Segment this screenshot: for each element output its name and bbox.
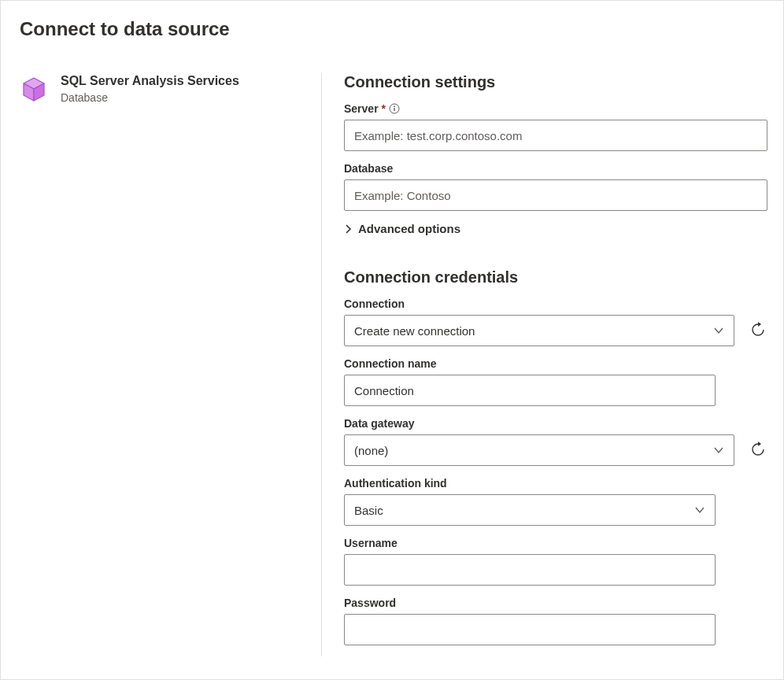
right-column: Connection settings Server * [322,73,771,656]
data-gateway-field: Data gateway (none) [344,417,767,466]
password-label: Password [344,597,716,609]
database-label: Database [344,162,767,175]
data-gateway-label: Data gateway [344,417,767,430]
connection-name-field: Connection name [344,357,716,406]
server-label-text: Server [344,102,379,115]
chevron-right-icon [344,224,353,234]
refresh-connection-button[interactable] [749,321,767,340]
data-source-text: SQL Server Analysis Services Database [61,73,239,104]
columns: SQL Server Analysis Services Database Co… [20,73,764,656]
refresh-icon [750,442,766,460]
connection-label: Connection [344,298,767,310]
page-title: Connect to data source [20,18,764,40]
server-field: Server * [344,102,767,151]
chevron-down-icon [694,504,705,516]
svg-point-4 [394,105,395,107]
database-input[interactable] [344,179,767,211]
connection-field: Connection Create new connection [344,298,767,346]
refresh-gateway-button[interactable] [749,441,767,460]
username-field: Username [344,537,716,586]
required-marker: * [382,102,386,115]
auth-kind-field: Authentication kind Basic [344,477,716,526]
auth-kind-select-value: Basic [354,504,383,517]
connection-name-label: Connection name [344,357,716,370]
advanced-options-toggle[interactable]: Advanced options [344,222,767,235]
connection-select[interactable]: Create new connection [344,315,734,346]
left-column: SQL Server Analysis Services Database [20,73,322,656]
auth-kind-select[interactable]: Basic [344,494,716,526]
data-gateway-select-value: (none) [354,444,388,457]
username-label: Username [344,537,716,549]
dialog-frame: Connect to data source SQL Server Analys… [0,0,784,680]
data-source-item: SQL Server Analysis Services Database [20,73,305,104]
auth-kind-label: Authentication kind [344,477,716,490]
data-gateway-select[interactable]: (none) [344,434,734,466]
chevron-down-icon [713,445,724,456]
password-field: Password [344,597,716,645]
refresh-icon [750,322,766,340]
chevron-down-icon [713,325,724,336]
username-input[interactable] [344,554,716,586]
advanced-options-label: Advanced options [358,222,460,235]
data-source-subtitle: Database [61,91,239,104]
info-icon[interactable] [389,103,400,114]
password-input[interactable] [344,614,716,645]
connection-settings-heading: Connection settings [344,73,767,91]
connection-select-value: Create new connection [354,324,475,338]
cube-icon [20,75,48,103]
server-input[interactable] [344,120,767,151]
svg-rect-5 [394,108,394,111]
server-label: Server * [344,102,767,115]
connection-credentials-heading: Connection credentials [344,268,767,286]
connection-name-input[interactable] [344,375,716,406]
database-field: Database [344,162,767,211]
data-source-name: SQL Server Analysis Services [61,73,239,90]
